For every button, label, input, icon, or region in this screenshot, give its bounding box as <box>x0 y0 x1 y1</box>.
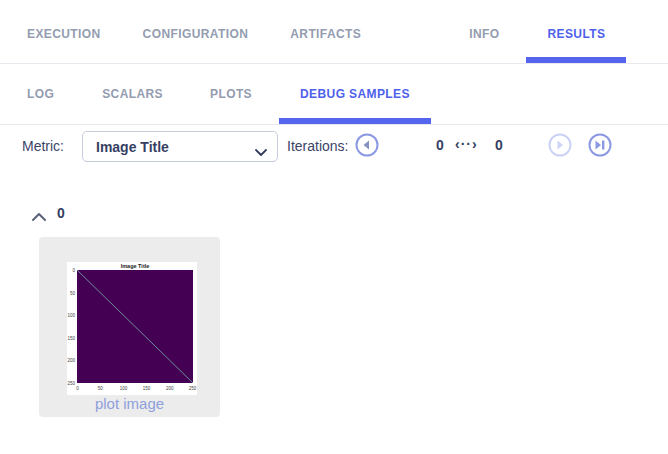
metric-dropdown-value: Image Title <box>96 139 169 155</box>
tab-execution[interactable]: EXECUTION <box>6 27 122 63</box>
svg-text:150: 150 <box>67 336 75 341</box>
svg-text:150: 150 <box>143 386 151 391</box>
metric-label: Metric: <box>22 138 64 154</box>
sample-caption-link[interactable]: plot image <box>39 395 220 412</box>
tab-info[interactable]: INFO <box>448 27 520 63</box>
tab-debug-samples[interactable]: DEBUG SAMPLES <box>279 88 431 124</box>
svg-text:50: 50 <box>70 291 76 296</box>
iteration-group-header: 0 <box>0 203 668 237</box>
svg-text:100: 100 <box>67 313 75 318</box>
tab-plots[interactable]: PLOTS <box>189 88 273 124</box>
skip-to-last-iteration-button[interactable] <box>588 133 612 157</box>
results-tab-bar: LOG SCALARS PLOTS DEBUG SAMPLES <box>0 64 668 124</box>
primary-tab-bar: EXECUTION CONFIGURATION ARTIFACTS INFO R… <box>0 0 668 63</box>
next-iteration-button[interactable] <box>548 133 572 157</box>
svg-text:100: 100 <box>120 386 128 391</box>
svg-text:200: 200 <box>166 386 174 391</box>
tab-log[interactable]: LOG <box>6 88 75 124</box>
tab-artifacts[interactable]: ARTIFACTS <box>269 27 382 63</box>
tab-scalars[interactable]: SCALARS <box>81 88 184 124</box>
svg-text:200: 200 <box>67 358 75 363</box>
chevron-up-icon[interactable] <box>31 209 47 221</box>
iteration-to-value: 0 <box>495 137 503 153</box>
svg-text:50: 50 <box>98 386 104 391</box>
debug-sample-card[interactable]: Image Title 0 50 100 150 200 250 0 50 10… <box>39 237 220 417</box>
iteration-group-title: 0 <box>57 205 65 221</box>
previous-iteration-button[interactable] <box>355 133 379 157</box>
tab-results[interactable]: RESULTS <box>526 27 626 63</box>
iterations-label: Iterations: <box>287 138 348 154</box>
iteration-range-icon: ‹··› <box>455 136 478 152</box>
plot-thumbnail-image[interactable]: Image Title 0 50 100 150 200 250 0 50 10… <box>67 262 197 395</box>
chevron-down-icon <box>255 143 267 161</box>
tab-configuration[interactable]: CONFIGURATION <box>122 27 270 63</box>
debug-samples-toolbar: Metric: Image Title Iterations: 0 ‹··› 0 <box>0 125 668 201</box>
plot-title: Image Title <box>121 263 150 269</box>
svg-text:250: 250 <box>67 381 75 386</box>
iteration-from-value: 0 <box>436 137 444 153</box>
svg-text:250: 250 <box>189 386 197 391</box>
metric-dropdown[interactable]: Image Title <box>82 131 278 162</box>
